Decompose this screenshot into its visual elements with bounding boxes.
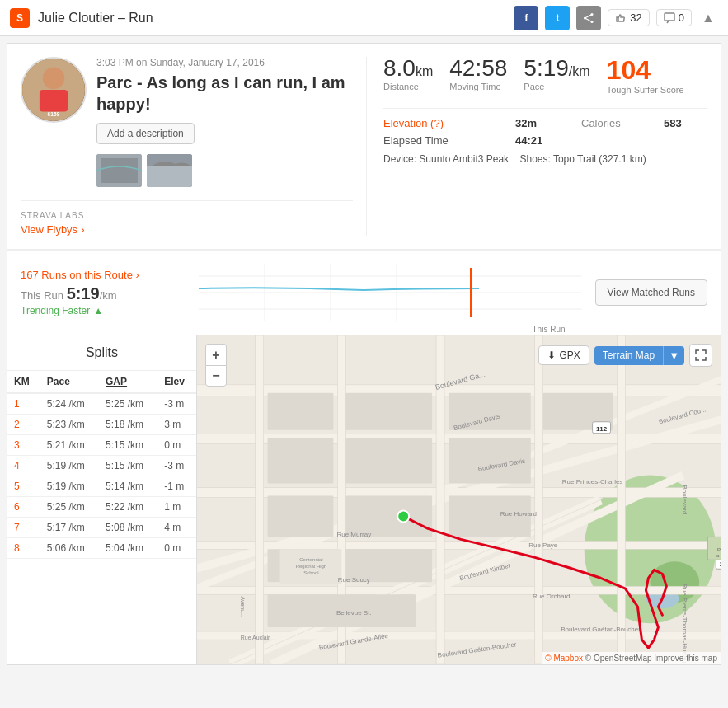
fullscreen-button[interactable] (689, 344, 712, 367)
svg-rect-49 (268, 496, 334, 537)
svg-line-3 (585, 14, 593, 18)
svg-rect-5 (665, 13, 674, 21)
device-row: Device: Suunto Ambit3 Peak Shoes: Topo T… (383, 153, 707, 165)
split-elev: -3 m (157, 393, 196, 415)
split-pace: 5:23 /km (40, 415, 99, 435)
svg-rect-40 (535, 335, 543, 664)
strava-labs-section: STRAVA LABS View Flybys › (21, 200, 353, 236)
split-elev: 0 m (157, 538, 196, 559)
bottom-section: Splits KM Pace GAP Elev 1 5:24 /km 5:25 … (7, 335, 721, 664)
view-matched-runs-button[interactable]: View Matched Runs (595, 279, 708, 306)
svg-text:Rue Paye: Rue Paye (528, 542, 558, 549)
split-km[interactable]: 8 (7, 538, 40, 559)
elevation-row: Elevation (?) 32m Calories 583 (383, 117, 707, 129)
comment-area[interactable]: 0 (656, 9, 692, 26)
split-pace: 5:24 /km (40, 393, 99, 415)
svg-text:Rue Soucy: Rue Soucy (338, 576, 370, 584)
split-km[interactable]: 1 (7, 393, 40, 415)
svg-text:Parc: Parc (717, 547, 721, 552)
splits-row-8: 8 5:06 /km 5:04 /km 0 m (7, 538, 196, 559)
share-button[interactable] (576, 6, 601, 30)
kudos-count: 32 (630, 12, 641, 24)
photo-thumb-1[interactable] (96, 154, 142, 187)
splits-row-1: 1 5:24 /km 5:25 /km -3 m (7, 393, 196, 415)
elevation-label: Elevation (?) (383, 117, 515, 129)
map-panel: Centennial Regional High School Boulevar… (197, 335, 721, 664)
avatar: 6158 (21, 57, 87, 123)
kudos-area[interactable]: 32 (608, 9, 649, 26)
split-km[interactable]: 2 (7, 415, 40, 435)
split-gap: 5:18 /km (99, 415, 157, 435)
pace-chart: This Run (199, 264, 582, 321)
svg-rect-42 (268, 393, 334, 430)
photos-row (96, 154, 353, 187)
svg-text:Avenu...: Avenu... (240, 596, 246, 617)
split-pace: 5:19 /km (40, 476, 99, 497)
svg-rect-11 (101, 158, 138, 183)
splits-row-6: 6 5:25 /km 5:22 /km 1 m (7, 497, 196, 518)
calories-label: Calories (581, 117, 664, 129)
split-elev: -3 m (157, 456, 196, 476)
elevation-value: 32m (515, 117, 581, 129)
svg-rect-44 (345, 393, 432, 430)
stat-pace: 5:19/km Pace (524, 57, 589, 95)
suffer-score-value: 104 (607, 57, 684, 83)
stat-suffer-score: 104 Tough Suffer Score (607, 57, 684, 95)
facebook-share-button[interactable]: f (514, 6, 538, 30)
activity-date: 3:03 PM on Sunday, January 17, 2016 (96, 57, 353, 68)
stats-row: 8.0km Distance 42:58 Moving Time 5:19/km… (383, 57, 707, 95)
distance-value: 8.0km (383, 57, 433, 80)
activity-info: 3:03 PM on Sunday, January 17, 2016 Parc… (96, 57, 353, 144)
expand-button[interactable]: ▲ (698, 8, 718, 28)
elev-header: Elev (157, 371, 196, 393)
split-km[interactable]: 5 (7, 476, 40, 497)
elapsed-row: Elapsed Time 44:21 (383, 134, 707, 147)
svg-text:Rue Auclair: Rue Auclair (241, 635, 270, 640)
route-section: 167 Runs on this Route › This Run 5:19/k… (7, 250, 721, 335)
zoom-in-button[interactable]: + (205, 344, 227, 365)
split-km[interactable]: 6 (7, 497, 40, 518)
route-count[interactable]: 167 Runs on this Route › (21, 269, 186, 281)
chart-svg (199, 264, 582, 321)
svg-text:112: 112 (720, 560, 721, 568)
add-description-button[interactable]: Add a description (96, 123, 195, 144)
route-this-run-label: This Run 5:19/km (21, 284, 186, 303)
split-gap: 5:15 /km (99, 456, 157, 476)
twitter-share-button[interactable]: t (545, 6, 570, 30)
avatar-image: 6158 (22, 59, 85, 121)
splits-row-4: 4 5:19 /km 5:15 /km -3 m (7, 456, 196, 476)
left-panel: 6158 3:03 PM on Sunday, January 17, 2016… (21, 57, 367, 236)
terrain-map-button[interactable]: Terrain Map (594, 346, 663, 365)
splits-table: KM Pace GAP Elev 1 5:24 /km 5:25 /km -3 … (7, 371, 196, 559)
svg-text:School: School (303, 570, 318, 575)
terrain-map-dropdown[interactable]: ▼ (663, 346, 684, 365)
split-gap: 5:14 /km (99, 476, 157, 497)
split-km[interactable]: 3 (7, 435, 40, 456)
split-pace: 5:25 /km (40, 497, 99, 518)
stat-distance: 8.0km Distance (383, 57, 433, 95)
svg-text:la Cité: la Cité (716, 553, 721, 558)
photo-thumb-2[interactable] (147, 154, 192, 187)
split-pace: 5:19 /km (40, 456, 99, 476)
route-info: 167 Runs on this Route › This Run 5:19/k… (21, 269, 186, 316)
split-elev: 3 m (157, 415, 196, 435)
svg-text:Bellevue St.: Bellevue St. (336, 609, 372, 617)
split-km[interactable]: 7 (7, 518, 40, 538)
split-km[interactable]: 4 (7, 456, 40, 476)
svg-rect-13 (147, 166, 192, 187)
view-flybys-link[interactable]: View Flybys › (21, 223, 353, 236)
splits-row-3: 3 5:21 /km 5:15 /km 0 m (7, 435, 196, 456)
zoom-out-button[interactable]: − (205, 365, 227, 387)
elapsed-label: Elapsed Time (383, 134, 515, 147)
map-top-right-controls: ⬇ GPX Terrain Map ▼ (538, 344, 712, 367)
svg-rect-30 (197, 586, 721, 594)
split-gap: 5:04 /km (99, 538, 157, 559)
moving-time-label: Moving Time (449, 82, 507, 91)
split-elev: 4 m (157, 518, 196, 538)
gpx-download-button[interactable]: ⬇ GPX (538, 345, 589, 365)
terrain-map-control: Terrain Map ▼ (594, 346, 684, 365)
svg-text:Boulevard Gaétan-Boucher: Boulevard Gaétan-Boucher (561, 626, 641, 633)
elapsed-value: 44:21 (515, 134, 581, 147)
split-gap: 5:22 /km (99, 497, 157, 518)
svg-point-85 (397, 510, 409, 522)
